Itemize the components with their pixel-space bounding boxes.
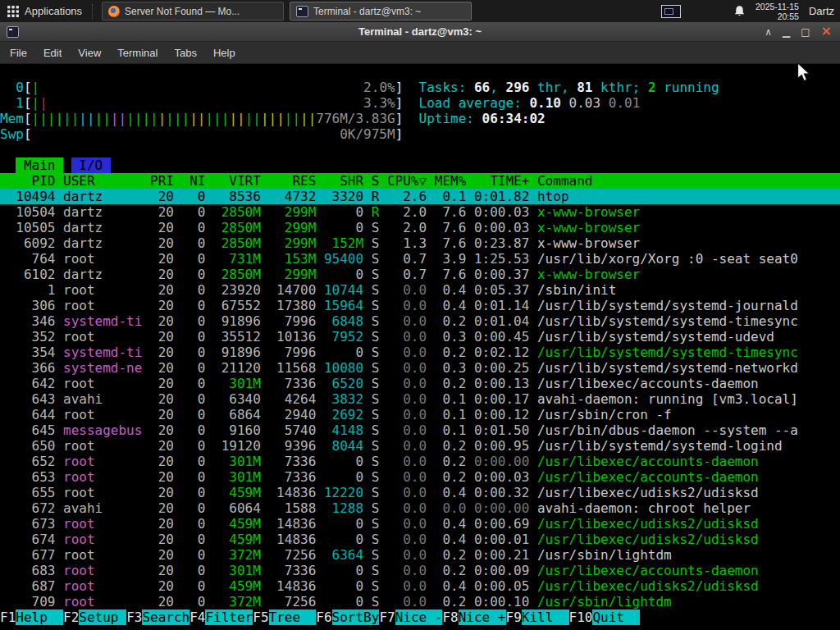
process-row[interactable]: 6092dartz2002850M299M152MS1.37.60:23.87x…: [0, 235, 840, 251]
cell-ni: 0: [174, 563, 206, 578]
process-row[interactable]: 366systemd-ne200211201156810080S0.00.30:…: [0, 360, 840, 376]
fnkey-F7[interactable]: F7Nice -: [379, 609, 442, 625]
process-row[interactable]: 677root200372M72566364S0.00.20:00.21/usr…: [0, 547, 840, 563]
fnkey-F8[interactable]: F8Nice +: [442, 609, 505, 625]
process-row[interactable]: 10505dartz2002850M299M0S2.07.60:00.03x-w…: [0, 220, 840, 235]
menubar: FileEditViewTerminalTabsHelp: [0, 42, 840, 64]
column-header-virt[interactable]: VIRT: [205, 173, 260, 189]
shade-button[interactable]: ∧: [765, 26, 772, 38]
process-row[interactable]: 673root200459M148360S0.00.40:00.69/usr/l…: [0, 516, 840, 532]
process-row[interactable]: 10504dartz2002850M299M0R2.07.60:00.03x-w…: [0, 204, 840, 220]
process-row[interactable]: 655root200459M1483612220S0.00.40:00.32/u…: [0, 485, 840, 500]
cell-s: S: [363, 485, 379, 500]
process-row[interactable]: 709root200372M72560S0.00.20:00.10/usr/sb…: [0, 594, 840, 609]
menu-item-help[interactable]: Help: [205, 43, 244, 62]
column-header-pid[interactable]: PID: [0, 173, 55, 189]
htop-tab-io[interactable]: I/O: [71, 158, 111, 173]
cell-cpu: 0.0: [379, 578, 427, 594]
window-titlebar[interactable]: Terminal - dartz@vm3: ~ ∧ ▁ □ ×: [0, 22, 840, 42]
cpu1-label: 1: [0, 95, 24, 111]
fnkey-F6[interactable]: F6SortBy: [316, 609, 379, 625]
fnkey-action: Nice +: [459, 609, 506, 625]
process-row[interactable]: 644root200686429402692S0.00.10:00.12/usr…: [0, 407, 840, 422]
fnkey-F9[interactable]: F9Kill: [506, 609, 569, 625]
column-header-mem[interactable]: MEM%: [427, 173, 466, 189]
applications-menu[interactable]: Applications: [0, 0, 89, 22]
column-header-res[interactable]: RES: [261, 173, 316, 189]
htop-tab-main[interactable]: Main: [16, 158, 63, 173]
column-header-cpu[interactable]: CPU%▽: [379, 173, 427, 189]
user-menu[interactable]: Dartz: [809, 5, 836, 17]
column-header-s[interactable]: S: [363, 173, 379, 189]
cell-pri: 20: [142, 189, 174, 204]
process-row[interactable]: 645messagebus200916057404148S0.00.10:01.…: [0, 422, 840, 438]
fnkey-F10[interactable]: F10Quit: [569, 609, 641, 625]
cell-cpu: 0.0: [379, 563, 427, 578]
process-row[interactable]: 6102dartz2002850M299M0S0.77.60:00.37x-ww…: [0, 267, 840, 282]
process-row[interactable]: 674root200459M148360S0.00.40:00.01/usr/l…: [0, 532, 840, 547]
fnkey-F4[interactable]: F4Filter: [189, 609, 253, 625]
cell-shr: 0: [316, 267, 363, 282]
clock[interactable]: 2025-11-15 20:55: [756, 2, 799, 21]
process-row[interactable]: 643avahi200634042643832S0.00.10:00.17ava…: [0, 391, 840, 407]
column-header-shr[interactable]: SHR: [316, 173, 363, 189]
taskbar-button[interactable]: Server Not Found — Mo...: [102, 2, 284, 21]
close-button[interactable]: ×: [821, 26, 832, 38]
menu-item-terminal[interactable]: Terminal: [109, 43, 166, 62]
cell-shr: 4148: [316, 422, 363, 438]
menu-item-tabs[interactable]: Tabs: [166, 43, 204, 62]
column-header-pri[interactable]: PRI: [142, 173, 174, 189]
meter-ticks: ||||||: [32, 111, 80, 126]
cell-shr: 0: [316, 220, 363, 235]
process-row[interactable]: 346systemd-ti2009189679966848S0.00.20:01…: [0, 313, 840, 329]
process-row[interactable]: 650root2001912093968044S0.00.20:00.95/us…: [0, 438, 840, 454]
process-row[interactable]: 354systemd-ti2009189679960S0.00.20:02.12…: [0, 345, 840, 360]
cpu0-meter: 0[|2.0%]Tasks: 66, 296 thr, 81 kthr; 2 r…: [0, 80, 840, 95]
cell-res: 5740: [261, 422, 316, 438]
gap: [529, 391, 537, 407]
process-row[interactable]: 764root200731M153M95400S0.73.91:25.53/us…: [0, 251, 840, 267]
cell-pid: 10494: [0, 189, 55, 204]
htop-screen-tabs: Main I/O: [0, 158, 840, 173]
panel-separator: [92, 4, 94, 19]
process-row[interactable]: 653root200301M73360S0.00.20:00.03/usr/li…: [0, 469, 840, 485]
menu-item-file[interactable]: File: [2, 43, 35, 62]
workspace-switcher[interactable]: [661, 5, 681, 18]
cell-s: S: [363, 422, 379, 438]
maximize-button[interactable]: □: [801, 26, 810, 38]
cell-pid: 672: [0, 500, 55, 516]
process-row[interactable]: 683root200301M73360S0.00.20:00.09/usr/li…: [0, 563, 840, 578]
notification-bell-icon[interactable]: [733, 5, 746, 17]
process-row[interactable]: 10494dartz200853647323320R2.60.10:01.82h…: [0, 189, 840, 204]
fnkey-label: F5: [253, 609, 268, 625]
process-row[interactable]: 652root200301M73360S0.00.20:00.00/usr/li…: [0, 454, 840, 469]
gap: [55, 516, 63, 532]
tasks-sep: ,: [490, 80, 505, 95]
fnkey-F2[interactable]: F2Setup: [63, 609, 126, 625]
process-row[interactable]: 672avahi200606415881288S0.00.00:00.00ava…: [0, 500, 840, 516]
fnkey-F5[interactable]: F5Tree: [253, 609, 316, 625]
column-header-time[interactable]: TIME+: [466, 173, 529, 189]
minimize-button[interactable]: ▁: [783, 26, 790, 38]
cell-ni: 0: [174, 220, 206, 235]
cell-mem: 0.2: [427, 376, 466, 391]
process-table-header[interactable]: PIDUSERPRINIVIRTRESSHRSCPU%▽MEM%TIME+Com…: [0, 173, 840, 189]
meter-ticks: |||: [205, 111, 229, 126]
process-row[interactable]: 1root200239201470010744S0.00.40:05.37/sb…: [0, 282, 840, 298]
fnkey-F1[interactable]: F1Help: [0, 609, 63, 625]
column-header-ni[interactable]: NI: [174, 173, 206, 189]
column-header-user[interactable]: USER: [63, 173, 142, 189]
cell-time: 0:00.05: [466, 578, 529, 594]
menu-item-edit[interactable]: Edit: [35, 43, 70, 62]
gap: [55, 532, 63, 547]
cell-cpu: 0.0: [379, 454, 427, 469]
taskbar: Server Not Found — Mo...Terminal - dartz…: [96, 2, 472, 21]
fnkey-F3[interactable]: F3Search: [126, 609, 189, 625]
column-header-cmd[interactable]: Command: [537, 173, 840, 189]
taskbar-button[interactable]: Terminal - dartz@vm3: ~: [290, 2, 472, 21]
process-row[interactable]: 687root200459M148360S0.00.40:00.05/usr/l…: [0, 578, 840, 594]
process-row[interactable]: 352root20035512101367952S0.00.30:00.45/u…: [0, 329, 840, 345]
menu-item-view[interactable]: View: [70, 43, 109, 62]
process-row[interactable]: 642root200301M73366520S0.00.20:00.13/usr…: [0, 376, 840, 391]
process-row[interactable]: 306root200675521738015964S0.00.40:01.14/…: [0, 298, 840, 313]
